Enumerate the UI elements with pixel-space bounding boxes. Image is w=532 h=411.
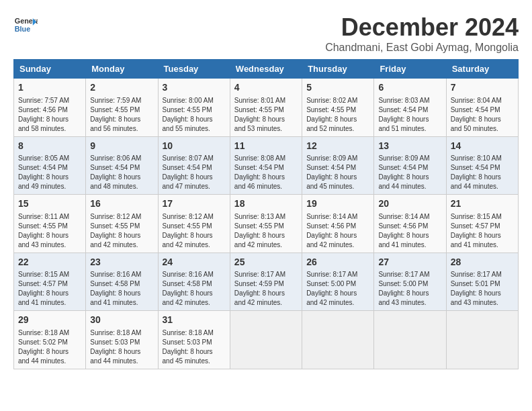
title-section: December 2024 Chandmani, East Gobi Aymag… <box>325 13 519 54</box>
calendar-day-cell: 30 Sunrise: 8:18 AM Sunset: 5:03 PM Dayl… <box>86 311 158 369</box>
calendar-day-cell: 12 Sunrise: 8:09 AM Sunset: 4:54 PM Dayl… <box>302 136 374 195</box>
day-content: Sunrise: 8:02 AM Sunset: 4:55 PM Dayligh… <box>306 96 369 134</box>
day-number: 28 <box>451 256 514 269</box>
day-number: 12 <box>306 140 369 153</box>
day-number: 27 <box>378 256 441 269</box>
day-content: Sunrise: 8:12 AM Sunset: 4:55 PM Dayligh… <box>163 212 226 250</box>
day-number: 23 <box>90 256 153 269</box>
day-number: 17 <box>163 197 226 211</box>
day-number: 7 <box>451 81 514 95</box>
calendar-day-cell: 1 Sunrise: 7:57 AM Sunset: 4:56 PM Dayli… <box>14 79 86 137</box>
calendar-day-cell: 26 Sunrise: 8:17 AM Sunset: 5:00 PM Dayl… <box>302 253 374 311</box>
day-number: 10 <box>163 140 226 153</box>
day-content: Sunrise: 8:14 AM Sunset: 4:56 PM Dayligh… <box>378 212 441 250</box>
day-number: 14 <box>451 140 514 153</box>
day-content: Sunrise: 8:15 AM Sunset: 4:57 PM Dayligh… <box>18 270 81 308</box>
calendar-day-cell: 31 Sunrise: 8:18 AM Sunset: 5:03 PM Dayl… <box>158 311 230 369</box>
day-number: 13 <box>378 140 441 153</box>
day-content: Sunrise: 8:07 AM Sunset: 4:54 PM Dayligh… <box>163 154 226 191</box>
day-content: Sunrise: 8:09 AM Sunset: 4:54 PM Dayligh… <box>306 154 369 191</box>
day-content: Sunrise: 8:01 AM Sunset: 4:55 PM Dayligh… <box>234 96 298 134</box>
logo: General Blue <box>13 13 38 38</box>
day-number: 22 <box>18 256 81 269</box>
calendar-day-cell: 17 Sunrise: 8:12 AM Sunset: 4:55 PM Dayl… <box>158 195 230 253</box>
page-header: General Blue December 2024 Chandmani, Ea… <box>13 13 519 54</box>
day-number: 8 <box>18 140 81 153</box>
weekday-header: Monday <box>86 60 158 79</box>
calendar-day-cell: 8 Sunrise: 8:05 AM Sunset: 4:54 PM Dayli… <box>14 136 86 195</box>
month-title: December 2024 <box>325 13 519 42</box>
day-content: Sunrise: 8:00 AM Sunset: 4:55 PM Dayligh… <box>163 96 226 134</box>
svg-text:Blue: Blue <box>15 25 30 33</box>
day-number: 9 <box>90 140 153 153</box>
calendar-day-cell <box>374 311 446 369</box>
calendar-day-cell: 23 Sunrise: 8:16 AM Sunset: 4:58 PM Dayl… <box>86 253 158 311</box>
weekday-header: Thursday <box>302 60 374 79</box>
calendar-day-cell: 24 Sunrise: 8:16 AM Sunset: 4:58 PM Dayl… <box>158 253 230 311</box>
calendar-day-cell: 15 Sunrise: 8:11 AM Sunset: 4:55 PM Dayl… <box>14 195 86 253</box>
day-content: Sunrise: 8:11 AM Sunset: 4:55 PM Dayligh… <box>18 212 81 250</box>
day-number: 24 <box>163 256 226 269</box>
logo-icon: General Blue <box>13 13 38 38</box>
calendar-day-cell <box>446 311 518 369</box>
calendar-day-cell: 28 Sunrise: 8:17 AM Sunset: 5:01 PM Dayl… <box>446 253 518 311</box>
weekday-header: Tuesday <box>158 60 230 79</box>
calendar-day-cell: 5 Sunrise: 8:02 AM Sunset: 4:55 PM Dayli… <box>302 79 374 137</box>
day-content: Sunrise: 8:06 AM Sunset: 4:54 PM Dayligh… <box>90 154 153 191</box>
day-number: 5 <box>306 81 369 95</box>
day-number: 16 <box>90 197 153 211</box>
location-title: Chandmani, East Gobi Aymag, Mongolia <box>325 42 519 54</box>
calendar-day-cell: 27 Sunrise: 8:17 AM Sunset: 5:00 PM Dayl… <box>374 253 446 311</box>
day-number: 2 <box>90 81 153 95</box>
calendar-week-row: 29 Sunrise: 8:18 AM Sunset: 5:02 PM Dayl… <box>14 311 519 369</box>
calendar-day-cell: 13 Sunrise: 8:09 AM Sunset: 4:54 PM Dayl… <box>374 136 446 195</box>
weekday-header: Friday <box>374 60 446 79</box>
day-content: Sunrise: 8:18 AM Sunset: 5:03 PM Dayligh… <box>90 328 153 366</box>
calendar-week-row: 22 Sunrise: 8:15 AM Sunset: 4:57 PM Dayl… <box>14 253 519 311</box>
calendar-table: SundayMondayTuesdayWednesdayThursdayFrid… <box>13 59 519 369</box>
calendar-day-cell: 11 Sunrise: 8:08 AM Sunset: 4:54 PM Dayl… <box>230 136 302 195</box>
calendar-day-cell: 3 Sunrise: 8:00 AM Sunset: 4:55 PM Dayli… <box>158 79 230 137</box>
calendar-day-cell: 22 Sunrise: 8:15 AM Sunset: 4:57 PM Dayl… <box>14 253 86 311</box>
day-number: 20 <box>378 197 441 211</box>
day-content: Sunrise: 8:10 AM Sunset: 4:54 PM Dayligh… <box>451 154 514 191</box>
calendar-day-cell: 29 Sunrise: 8:18 AM Sunset: 5:02 PM Dayl… <box>14 311 86 369</box>
calendar-day-cell: 18 Sunrise: 8:13 AM Sunset: 4:55 PM Dayl… <box>230 195 302 253</box>
calendar-day-cell <box>302 311 374 369</box>
calendar-day-cell: 21 Sunrise: 8:15 AM Sunset: 4:57 PM Dayl… <box>446 195 518 253</box>
day-content: Sunrise: 8:17 AM Sunset: 5:01 PM Dayligh… <box>451 270 514 308</box>
day-content: Sunrise: 8:18 AM Sunset: 5:03 PM Dayligh… <box>163 328 226 366</box>
calendar-day-cell: 19 Sunrise: 8:14 AM Sunset: 4:56 PM Dayl… <box>302 195 374 253</box>
day-content: Sunrise: 8:17 AM Sunset: 4:59 PM Dayligh… <box>234 270 298 308</box>
day-content: Sunrise: 8:05 AM Sunset: 4:54 PM Dayligh… <box>18 154 81 191</box>
calendar-day-cell: 14 Sunrise: 8:10 AM Sunset: 4:54 PM Dayl… <box>446 136 518 195</box>
day-number: 30 <box>90 314 153 327</box>
day-number: 6 <box>378 81 441 95</box>
weekday-header-row: SundayMondayTuesdayWednesdayThursdayFrid… <box>14 60 519 79</box>
day-number: 21 <box>451 197 514 211</box>
day-content: Sunrise: 8:04 AM Sunset: 4:54 PM Dayligh… <box>451 96 514 134</box>
day-content: Sunrise: 8:03 AM Sunset: 4:54 PM Dayligh… <box>378 96 441 134</box>
day-content: Sunrise: 8:12 AM Sunset: 4:55 PM Dayligh… <box>90 212 153 250</box>
day-number: 19 <box>306 197 369 211</box>
weekday-header: Sunday <box>14 60 86 79</box>
day-content: Sunrise: 8:13 AM Sunset: 4:55 PM Dayligh… <box>234 212 298 250</box>
day-number: 18 <box>234 197 298 211</box>
day-number: 26 <box>306 256 369 269</box>
calendar-day-cell: 25 Sunrise: 8:17 AM Sunset: 4:59 PM Dayl… <box>230 253 302 311</box>
weekday-header: Saturday <box>446 60 518 79</box>
calendar-week-row: 8 Sunrise: 8:05 AM Sunset: 4:54 PM Dayli… <box>14 136 519 195</box>
calendar-day-cell: 20 Sunrise: 8:14 AM Sunset: 4:56 PM Dayl… <box>374 195 446 253</box>
day-content: Sunrise: 8:09 AM Sunset: 4:54 PM Dayligh… <box>378 154 441 191</box>
day-number: 11 <box>234 140 298 153</box>
calendar-week-row: 1 Sunrise: 7:57 AM Sunset: 4:56 PM Dayli… <box>14 79 519 137</box>
calendar-day-cell: 7 Sunrise: 8:04 AM Sunset: 4:54 PM Dayli… <box>446 79 518 137</box>
day-number: 31 <box>163 314 226 327</box>
day-number: 25 <box>234 256 298 269</box>
day-content: Sunrise: 8:18 AM Sunset: 5:02 PM Dayligh… <box>18 328 81 366</box>
day-content: Sunrise: 7:59 AM Sunset: 4:55 PM Dayligh… <box>90 96 153 134</box>
day-number: 1 <box>18 81 81 95</box>
calendar-day-cell: 9 Sunrise: 8:06 AM Sunset: 4:54 PM Dayli… <box>86 136 158 195</box>
calendar-day-cell <box>230 311 302 369</box>
weekday-header: Wednesday <box>230 60 302 79</box>
